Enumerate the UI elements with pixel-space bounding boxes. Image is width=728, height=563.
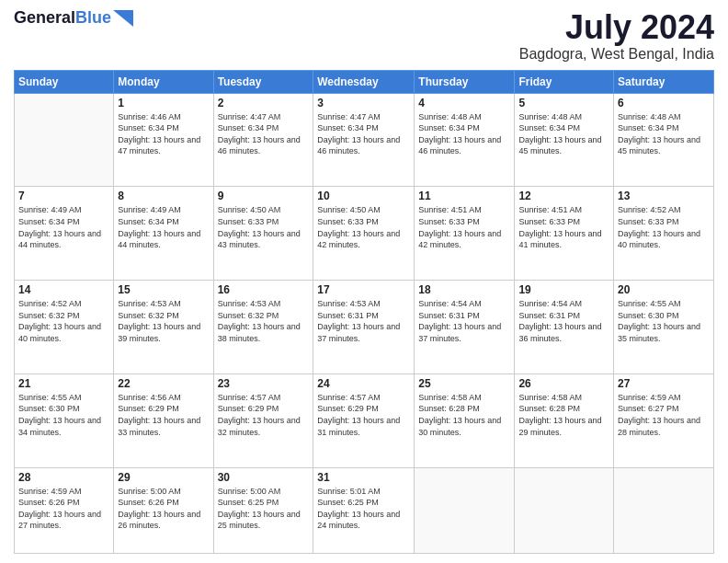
day-number: 25: [418, 377, 510, 390]
day-info: Sunrise: 4:59 AMSunset: 6:26 PMDaylight:…: [18, 486, 109, 532]
calendar-cell: 8Sunrise: 4:49 AMSunset: 6:34 PMDaylight…: [114, 187, 213, 281]
day-info: Sunrise: 4:53 AMSunset: 6:32 PMDaylight:…: [118, 298, 209, 344]
logo-text: GeneralBlue: [14, 9, 111, 28]
day-info: Sunrise: 4:50 AMSunset: 6:33 PMDaylight:…: [317, 204, 410, 250]
day-number: 8: [118, 190, 209, 202]
logo: GeneralBlue: [14, 9, 133, 28]
day-number: 2: [218, 97, 310, 109]
calendar-cell: 18Sunrise: 4:54 AMSunset: 6:31 PMDayligh…: [415, 281, 515, 374]
day-number: 26: [518, 377, 609, 390]
day-info: Sunrise: 4:52 AMSunset: 6:33 PMDaylight:…: [618, 204, 710, 250]
day-number: 22: [118, 377, 209, 390]
day-info: Sunrise: 4:48 AMSunset: 6:34 PMDaylight:…: [618, 111, 710, 157]
calendar-header-row: SundayMondayTuesdayWednesdayThursdayFrid…: [15, 70, 714, 93]
calendar-cell: [515, 467, 614, 553]
day-info: Sunrise: 4:58 AMSunset: 6:28 PMDaylight:…: [418, 392, 510, 438]
day-info: Sunrise: 4:48 AMSunset: 6:34 PMDaylight:…: [518, 111, 609, 157]
day-number: 4: [418, 97, 510, 109]
day-number: 16: [218, 283, 310, 296]
title-section: July 2024 Bagdogra, West Bengal, India: [519, 9, 714, 63]
day-number: 11: [418, 190, 510, 202]
day-number: 30: [218, 471, 310, 484]
calendar-header-friday: Friday: [515, 70, 614, 93]
calendar-header-thursday: Thursday: [415, 70, 515, 93]
calendar-cell: [614, 467, 714, 553]
header: GeneralBlue July 2024 Bagdogra, West Ben…: [14, 9, 714, 63]
day-info: Sunrise: 4:55 AMSunset: 6:30 PMDaylight:…: [618, 298, 710, 344]
calendar-cell: 31Sunrise: 5:01 AMSunset: 6:25 PMDayligh…: [313, 467, 415, 553]
day-info: Sunrise: 4:51 AMSunset: 6:33 PMDaylight:…: [418, 204, 510, 250]
day-number: 29: [118, 471, 209, 484]
calendar-week-row: 21Sunrise: 4:55 AMSunset: 6:30 PMDayligh…: [15, 373, 714, 467]
day-number: 10: [317, 190, 410, 202]
day-number: 5: [518, 97, 609, 109]
calendar-cell: 20Sunrise: 4:55 AMSunset: 6:30 PMDayligh…: [614, 281, 714, 374]
calendar-header-wednesday: Wednesday: [313, 70, 415, 93]
day-number: 15: [118, 283, 209, 296]
day-info: Sunrise: 4:58 AMSunset: 6:28 PMDaylight:…: [518, 392, 609, 438]
day-number: 18: [418, 283, 510, 296]
day-info: Sunrise: 4:57 AMSunset: 6:29 PMDaylight:…: [317, 392, 410, 438]
day-number: 12: [518, 190, 609, 202]
calendar-cell: 6Sunrise: 4:48 AMSunset: 6:34 PMDaylight…: [614, 93, 714, 187]
day-info: Sunrise: 5:01 AMSunset: 6:25 PMDaylight:…: [317, 486, 410, 532]
day-info: Sunrise: 4:53 AMSunset: 6:31 PMDaylight:…: [317, 298, 410, 344]
calendar-cell: 26Sunrise: 4:58 AMSunset: 6:28 PMDayligh…: [515, 373, 614, 467]
calendar-cell: 21Sunrise: 4:55 AMSunset: 6:30 PMDayligh…: [15, 373, 114, 467]
day-number: 14: [18, 283, 109, 296]
month-year: July 2024: [519, 9, 714, 46]
day-info: Sunrise: 4:47 AMSunset: 6:34 PMDaylight:…: [218, 111, 310, 157]
day-info: Sunrise: 4:54 AMSunset: 6:31 PMDaylight:…: [518, 298, 609, 344]
calendar-cell: 5Sunrise: 4:48 AMSunset: 6:34 PMDaylight…: [515, 93, 614, 187]
calendar-week-row: 1Sunrise: 4:46 AMSunset: 6:34 PMDaylight…: [15, 93, 714, 187]
calendar-cell: 10Sunrise: 4:50 AMSunset: 6:33 PMDayligh…: [313, 187, 415, 281]
day-number: 31: [317, 471, 410, 484]
day-number: 24: [317, 377, 410, 390]
calendar-cell: 1Sunrise: 4:46 AMSunset: 6:34 PMDaylight…: [114, 93, 213, 187]
calendar-cell: 22Sunrise: 4:56 AMSunset: 6:29 PMDayligh…: [114, 373, 213, 467]
calendar-cell: 13Sunrise: 4:52 AMSunset: 6:33 PMDayligh…: [614, 187, 714, 281]
calendar-cell: 12Sunrise: 4:51 AMSunset: 6:33 PMDayligh…: [515, 187, 614, 281]
svg-marker-0: [113, 10, 133, 27]
calendar-cell: 14Sunrise: 4:52 AMSunset: 6:32 PMDayligh…: [15, 281, 114, 374]
day-number: 17: [317, 283, 410, 296]
calendar-cell: 28Sunrise: 4:59 AMSunset: 6:26 PMDayligh…: [15, 467, 114, 553]
calendar-cell: 2Sunrise: 4:47 AMSunset: 6:34 PMDaylight…: [213, 93, 313, 187]
calendar-cell: 9Sunrise: 4:50 AMSunset: 6:33 PMDaylight…: [213, 187, 313, 281]
day-info: Sunrise: 4:47 AMSunset: 6:34 PMDaylight:…: [317, 111, 410, 157]
day-info: Sunrise: 4:49 AMSunset: 6:34 PMDaylight:…: [118, 204, 209, 250]
page: GeneralBlue July 2024 Bagdogra, West Ben…: [0, 0, 728, 563]
day-info: Sunrise: 4:54 AMSunset: 6:31 PMDaylight:…: [418, 298, 510, 344]
day-info: Sunrise: 4:49 AMSunset: 6:34 PMDaylight:…: [18, 204, 109, 250]
day-info: Sunrise: 4:56 AMSunset: 6:29 PMDaylight:…: [118, 392, 209, 438]
calendar-cell: 29Sunrise: 5:00 AMSunset: 6:26 PMDayligh…: [114, 467, 213, 553]
calendar-cell: 24Sunrise: 4:57 AMSunset: 6:29 PMDayligh…: [313, 373, 415, 467]
day-number: 9: [218, 190, 310, 202]
day-number: 6: [618, 97, 710, 109]
location: Bagdogra, West Bengal, India: [519, 46, 714, 63]
calendar-week-row: 28Sunrise: 4:59 AMSunset: 6:26 PMDayligh…: [15, 467, 714, 553]
calendar-cell: 25Sunrise: 4:58 AMSunset: 6:28 PMDayligh…: [415, 373, 515, 467]
day-info: Sunrise: 4:53 AMSunset: 6:32 PMDaylight:…: [218, 298, 310, 344]
day-info: Sunrise: 4:48 AMSunset: 6:34 PMDaylight:…: [418, 111, 510, 157]
logo-icon: [113, 10, 133, 27]
calendar-header-tuesday: Tuesday: [213, 70, 313, 93]
day-number: 1: [118, 97, 209, 109]
day-number: 20: [618, 283, 710, 296]
day-info: Sunrise: 4:55 AMSunset: 6:30 PMDaylight:…: [18, 392, 109, 438]
calendar-header-sunday: Sunday: [15, 70, 114, 93]
calendar-cell: 19Sunrise: 4:54 AMSunset: 6:31 PMDayligh…: [515, 281, 614, 374]
day-info: Sunrise: 4:46 AMSunset: 6:34 PMDaylight:…: [118, 111, 209, 157]
calendar-header-monday: Monday: [114, 70, 213, 93]
day-info: Sunrise: 5:00 AMSunset: 6:26 PMDaylight:…: [118, 486, 209, 532]
calendar-table: SundayMondayTuesdayWednesdayThursdayFrid…: [14, 70, 714, 554]
day-number: 13: [618, 190, 710, 202]
calendar-cell: 16Sunrise: 4:53 AMSunset: 6:32 PMDayligh…: [213, 281, 313, 374]
day-info: Sunrise: 5:00 AMSunset: 6:25 PMDaylight:…: [218, 486, 310, 532]
calendar-cell: 23Sunrise: 4:57 AMSunset: 6:29 PMDayligh…: [213, 373, 313, 467]
calendar-cell: [415, 467, 515, 553]
calendar-cell: 15Sunrise: 4:53 AMSunset: 6:32 PMDayligh…: [114, 281, 213, 374]
calendar-cell: 7Sunrise: 4:49 AMSunset: 6:34 PMDaylight…: [15, 187, 114, 281]
day-number: 28: [18, 471, 109, 484]
calendar-cell: 17Sunrise: 4:53 AMSunset: 6:31 PMDayligh…: [313, 281, 415, 374]
